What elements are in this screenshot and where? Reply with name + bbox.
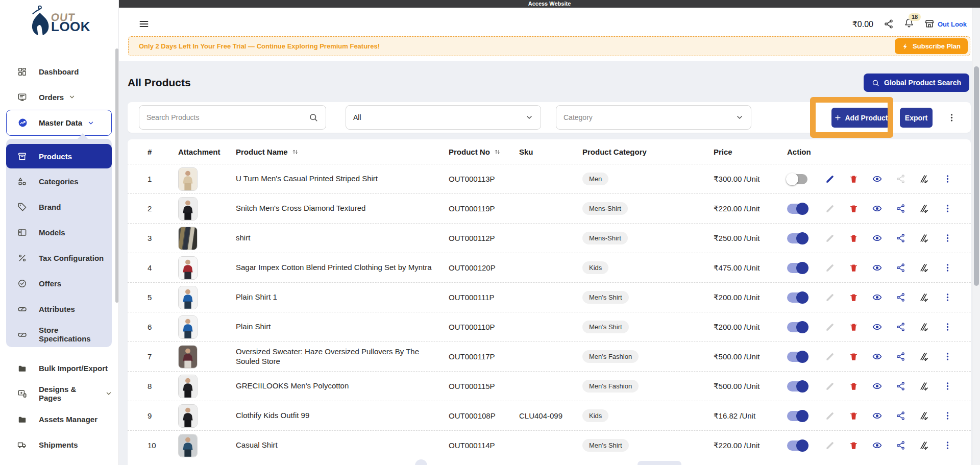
sidebar-item-attributes[interactable]: Attributes	[6, 296, 112, 322]
sidebar-item-master-data[interactable]: Master Data	[6, 110, 112, 136]
access-website-bar[interactable]: Access Website	[119, 0, 980, 8]
edit-barcode-icon[interactable]	[919, 381, 929, 391]
product-thumbnail[interactable]	[178, 375, 198, 398]
export-button[interactable]: Export	[900, 108, 933, 128]
category-filter-select[interactable]: Category	[556, 105, 751, 130]
view-icon[interactable]	[872, 233, 882, 243]
sidebar-item-orders[interactable]: Orders	[17, 89, 112, 105]
delete-icon[interactable]	[849, 352, 859, 361]
more-actions-icon[interactable]	[943, 440, 952, 450]
view-icon[interactable]	[872, 322, 882, 332]
product-status-toggle[interactable]	[787, 292, 807, 303]
wallet-amount[interactable]: ₹0.00	[852, 19, 873, 29]
pagination-button-partial[interactable]	[415, 459, 427, 465]
edit-icon[interactable]	[825, 440, 835, 450]
product-status-toggle[interactable]	[787, 174, 807, 184]
share-icon[interactable]	[896, 322, 905, 332]
sidebar-item-bulk-import-export[interactable]: Bulk Import/Export	[17, 360, 112, 376]
share-icon[interactable]	[896, 292, 905, 302]
edit-barcode-icon[interactable]	[919, 440, 929, 450]
edit-barcode-icon[interactable]	[919, 263, 929, 273]
sidebar-item-products[interactable]: Products	[6, 144, 112, 168]
product-thumbnail[interactable]	[178, 434, 198, 457]
more-actions-icon[interactable]	[943, 263, 952, 273]
product-status-toggle[interactable]	[787, 352, 807, 362]
delete-icon[interactable]	[849, 440, 859, 450]
delete-icon[interactable]	[849, 263, 859, 273]
search-input[interactable]	[139, 105, 326, 130]
more-actions-icon[interactable]	[943, 381, 952, 391]
more-actions-icon[interactable]	[943, 322, 952, 332]
view-icon[interactable]	[872, 174, 882, 184]
sidebar-item-store-specifications[interactable]: Store Specifications	[6, 322, 112, 347]
product-status-toggle[interactable]	[787, 233, 807, 243]
edit-icon[interactable]	[825, 233, 835, 243]
more-actions-icon[interactable]	[943, 292, 952, 302]
delete-icon[interactable]	[849, 174, 859, 184]
share-icon[interactable]	[896, 233, 905, 243]
pagination-control-partial[interactable]	[638, 461, 681, 465]
product-thumbnail[interactable]	[178, 404, 198, 428]
view-icon[interactable]	[872, 411, 882, 421]
share-icon[interactable]	[896, 204, 905, 213]
sidebar-item-shipments[interactable]: Shipments	[17, 437, 112, 452]
delete-icon[interactable]	[849, 322, 859, 332]
edit-barcode-icon[interactable]	[919, 233, 929, 243]
edit-icon[interactable]	[825, 292, 835, 302]
view-icon[interactable]	[872, 381, 882, 391]
product-thumbnail[interactable]	[178, 286, 198, 309]
edit-barcode-icon[interactable]	[919, 174, 929, 184]
edit-icon[interactable]	[825, 263, 835, 273]
product-status-toggle[interactable]	[787, 322, 807, 332]
share-icon[interactable]	[896, 263, 905, 273]
sidebar-item-models[interactable]: Models	[6, 219, 112, 245]
sidebar-item-designs-pages[interactable]: Designs & Pages	[17, 386, 112, 401]
product-thumbnail[interactable]	[178, 315, 198, 339]
product-status-toggle[interactable]	[787, 440, 807, 451]
delete-icon[interactable]	[849, 233, 859, 243]
page-scrollbar[interactable]	[972, 8, 980, 465]
more-actions-icon[interactable]	[943, 174, 952, 184]
global-product-search-button[interactable]: Global Product Search	[864, 74, 969, 92]
share-icon[interactable]	[896, 411, 905, 421]
edit-icon[interactable]	[825, 381, 835, 391]
menu-toggle-icon[interactable]	[138, 19, 150, 29]
view-icon[interactable]	[872, 440, 882, 450]
product-thumbnail[interactable]	[178, 227, 198, 250]
view-icon[interactable]	[872, 204, 882, 213]
product-thumbnail[interactable]	[178, 256, 198, 280]
notifications-button[interactable]: 18	[904, 18, 914, 30]
product-thumbnail[interactable]	[178, 345, 198, 369]
sidebar-item-tax-configuration[interactable]: Tax Configuration	[6, 245, 112, 271]
edit-barcode-icon[interactable]	[919, 322, 929, 332]
edit-icon[interactable]	[825, 411, 835, 421]
share-icon[interactable]	[896, 440, 905, 450]
edit-barcode-icon[interactable]	[919, 204, 929, 213]
sidebar-item-brand[interactable]: Brand	[6, 194, 112, 219]
more-actions-icon[interactable]	[943, 233, 952, 243]
add-product-button[interactable]: Add Product	[831, 108, 890, 128]
sort-icon[interactable]	[494, 148, 501, 156]
product-status-toggle[interactable]	[787, 263, 807, 273]
subscribe-plan-button[interactable]: Subscribe Plan	[895, 38, 968, 54]
sidebar-item-offers[interactable]: Offers	[6, 271, 112, 296]
product-status-toggle[interactable]	[787, 381, 807, 391]
edit-barcode-icon[interactable]	[919, 292, 929, 302]
delete-icon[interactable]	[849, 204, 859, 213]
product-status-toggle[interactable]	[787, 411, 807, 421]
more-actions-icon[interactable]	[943, 204, 952, 213]
sidebar-item-dashboard[interactable]: Dashboard	[17, 64, 112, 79]
sidebar-item-assets-manager[interactable]: Assets Manager	[17, 411, 112, 427]
delete-icon[interactable]	[849, 411, 859, 421]
edit-icon[interactable]	[825, 204, 835, 213]
view-icon[interactable]	[872, 263, 882, 273]
toolbar-more-actions-icon[interactable]	[945, 109, 958, 126]
more-actions-icon[interactable]	[943, 352, 952, 361]
product-thumbnail[interactable]	[178, 167, 198, 191]
sort-icon[interactable]	[291, 148, 299, 156]
edit-icon[interactable]	[825, 352, 835, 361]
share-icon[interactable]	[884, 19, 894, 29]
sidebar-item-categories[interactable]: Categories	[6, 168, 112, 194]
share-icon[interactable]	[896, 352, 905, 361]
product-status-toggle[interactable]	[787, 204, 807, 214]
